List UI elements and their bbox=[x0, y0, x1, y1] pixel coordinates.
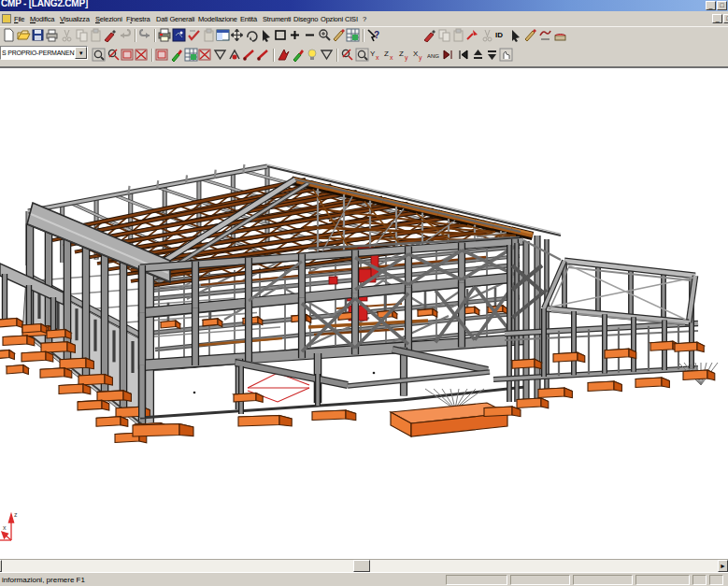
svg-text:ANG: ANG bbox=[427, 53, 439, 59]
svg-text:x: x bbox=[390, 54, 393, 61]
svg-text:Z: Z bbox=[384, 50, 389, 58]
svg-text:?: ? bbox=[374, 30, 379, 40]
svg-text:y: y bbox=[419, 54, 422, 62]
svg-text:y: y bbox=[405, 54, 408, 62]
svg-text:z: z bbox=[14, 511, 18, 518]
svg-text:x: x bbox=[376, 54, 379, 61]
svg-text:x: x bbox=[3, 524, 7, 531]
svg-text:Z: Z bbox=[399, 50, 404, 58]
